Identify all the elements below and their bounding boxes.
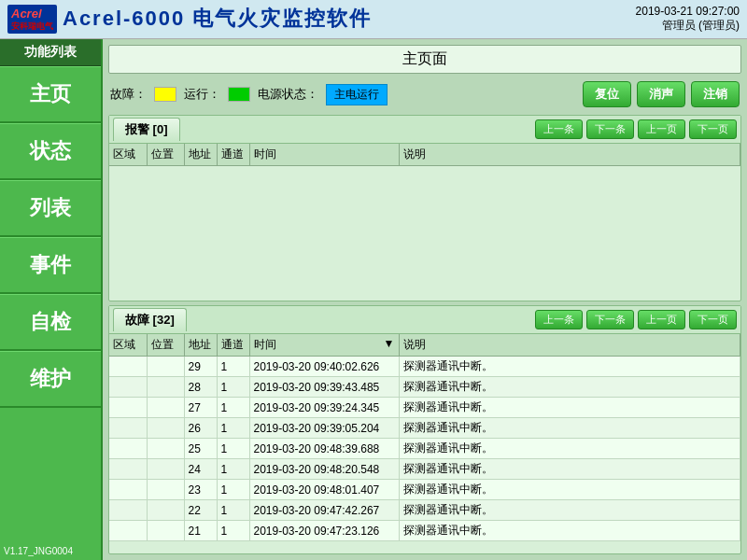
fault-location — [147, 398, 184, 418]
header-info: 2019-03-21 09:27:00 管理员 (管理员) — [636, 5, 740, 34]
fault-tab[interactable]: 故障 [32] — [113, 308, 187, 331]
fault-channel: 1 — [217, 357, 249, 377]
fault-table-row[interactable]: 21 1 2019-03-20 09:47:23.126 探测器通讯中断。 — [109, 521, 740, 541]
cancel-button[interactable]: 注销 — [691, 81, 740, 107]
fault-desc: 探测器通讯中断。 — [399, 377, 740, 398]
logo-icon: Acrel 安科瑞电气 — [7, 5, 57, 33]
fault-address: 27 — [184, 398, 217, 418]
fault-address: 26 — [184, 418, 217, 439]
sidebar-item-maintenance[interactable]: 维护 — [0, 351, 101, 408]
fault-table-row[interactable]: 29 1 2019-03-20 09:40:02.626 探测器通讯中断。 — [109, 357, 740, 377]
user-info: 管理员 (管理员) — [636, 18, 740, 34]
fault-location — [147, 439, 184, 459]
alarm-col-desc: 说明 — [399, 144, 740, 166]
fault-time: 2019-03-20 09:39:43.485 — [249, 377, 399, 398]
sort-arrow-icon: ▼ — [384, 337, 395, 350]
fault-address: 24 — [184, 459, 217, 480]
fault-next-page-btn[interactable]: 下一页 — [689, 310, 737, 329]
fault-desc: 探测器通讯中断。 — [399, 418, 740, 439]
fault-table-row[interactable]: 28 1 2019-03-20 09:39:43.485 探测器通讯中断。 — [109, 377, 740, 398]
sidebar-item-events[interactable]: 事件 — [0, 237, 101, 294]
fault-address: 22 — [184, 500, 217, 521]
alarm-table: 区域 位置 地址 通道 时间 说明 — [109, 144, 740, 166]
fault-table-row[interactable]: 25 1 2019-03-20 09:48:39.688 探测器通讯中断。 — [109, 439, 740, 459]
fault-table-row[interactable]: 22 1 2019-03-20 09:47:42.267 探测器通讯中断。 — [109, 500, 740, 521]
fault-prev-btn[interactable]: 上一条 — [535, 310, 583, 329]
run-label: 运行： — [184, 86, 220, 103]
sidebar-item-list[interactable]: 列表 — [0, 180, 101, 237]
reset-button[interactable]: 复位 — [583, 81, 631, 107]
sidebar-item-status[interactable]: 状态 — [0, 123, 101, 180]
fault-time: 2019-03-20 09:48:01.407 — [249, 480, 399, 500]
alarm-panel: 报警 [0] 上一条 下一条 上一页 下一页 区域 位置 地址 通道 — [108, 115, 741, 301]
mute-button[interactable]: 消声 — [637, 81, 685, 107]
fault-time: 2019-03-20 09:47:23.126 — [249, 521, 399, 541]
fault-channel: 1 — [217, 418, 249, 439]
status-row: 故障： 运行： 电源状态： 主电运行 复位 消声 注销 — [108, 77, 741, 111]
page-title: 主页面 — [108, 45, 741, 74]
fault-time: 2019-03-20 09:39:24.345 — [249, 398, 399, 418]
sidebar-item-home[interactable]: 主页 — [0, 66, 101, 123]
fault-location — [147, 459, 184, 480]
fault-panel-header: 故障 [32] 上一条 下一条 上一页 下一页 — [109, 306, 740, 334]
alarm-next-btn[interactable]: 下一条 — [586, 119, 634, 139]
fault-region — [109, 459, 147, 480]
app-title: Acrel-6000 电气火灾监控软件 — [63, 5, 372, 33]
alarm-col-region: 区域 — [109, 144, 147, 166]
alarm-nav-buttons: 上一条 下一条 上一页 下一页 — [535, 119, 737, 139]
fault-table-row[interactable]: 24 1 2019-03-20 09:48:20.548 探测器通讯中断。 — [109, 459, 740, 480]
fault-table-row[interactable]: 26 1 2019-03-20 09:39:05.204 探测器通讯中断。 — [109, 418, 740, 439]
fault-table-row[interactable]: 27 1 2019-03-20 09:39:24.345 探测器通讯中断。 — [109, 398, 740, 418]
fault-location — [147, 357, 184, 377]
alarm-panel-header: 报警 [0] 上一条 下一条 上一页 下一页 — [109, 116, 740, 144]
version-label: V1.17_JNG0004 — [0, 542, 101, 560]
fault-prev-page-btn[interactable]: 上一页 — [638, 310, 685, 329]
alarm-prev-btn[interactable]: 上一条 — [535, 119, 583, 139]
sidebar-item-selfcheck[interactable]: 自检 — [0, 294, 101, 351]
sidebar: 功能列表 主页 状态 列表 事件 自检 维护 V1.17_JNG0004 — [0, 39, 103, 560]
fault-nav-buttons: 上一条 下一条 上一页 下一页 — [535, 310, 737, 329]
content-area: 主页面 故障： 运行： 电源状态： 主电运行 复位 消声 注销 报警 [0] 上… — [103, 39, 747, 560]
main-layout: 功能列表 主页 状态 列表 事件 自检 维护 V1.17_JNG0004 主页面… — [0, 39, 747, 560]
power-value: 主电运行 — [326, 84, 388, 105]
fault-time: 2019-03-20 09:48:20.548 — [249, 459, 399, 480]
alarm-col-channel: 通道 — [217, 144, 249, 166]
action-buttons: 复位 消声 注销 — [583, 81, 740, 107]
fault-location — [147, 521, 184, 541]
power-label: 电源状态： — [258, 86, 318, 103]
fault-desc: 探测器通讯中断。 — [399, 521, 740, 541]
fault-channel: 1 — [217, 398, 249, 418]
alarm-next-page-btn[interactable]: 下一页 — [689, 119, 737, 139]
fault-next-btn[interactable]: 下一条 — [586, 310, 634, 329]
fault-region — [109, 398, 147, 418]
fault-address: 29 — [184, 357, 217, 377]
datetime: 2019-03-21 09:27:00 — [636, 5, 740, 18]
fault-channel: 1 — [217, 500, 249, 521]
sidebar-header: 功能列表 — [0, 39, 101, 66]
fault-channel: 1 — [217, 377, 249, 398]
fault-indicator — [154, 87, 176, 102]
fault-table-container: 区域 位置 地址 通道 时间▼ 说明 29 1 2019-03-20 09:40… — [109, 334, 740, 553]
fault-table-row[interactable]: 23 1 2019-03-20 09:48:01.407 探测器通讯中断。 — [109, 480, 740, 500]
fault-channel: 1 — [217, 480, 249, 500]
fault-col-channel: 通道 — [217, 334, 249, 357]
fault-table: 区域 位置 地址 通道 时间▼ 说明 29 1 2019-03-20 09:40… — [109, 334, 740, 541]
fault-region — [109, 480, 147, 500]
fault-region — [109, 500, 147, 521]
alarm-prev-page-btn[interactable]: 上一页 — [638, 119, 685, 139]
logo-area: Acrel 安科瑞电气 Acrel-6000 电气火灾监控软件 — [7, 5, 372, 33]
fault-time: 2019-03-20 09:39:05.204 — [249, 418, 399, 439]
fault-region — [109, 377, 147, 398]
fault-address: 21 — [184, 521, 217, 541]
fault-col-region: 区域 — [109, 334, 147, 357]
fault-address: 25 — [184, 439, 217, 459]
fault-channel: 1 — [217, 439, 249, 459]
fault-region — [109, 418, 147, 439]
fault-time: 2019-03-20 09:40:02.626 — [249, 357, 399, 377]
fault-desc: 探测器通讯中断。 — [399, 398, 740, 418]
alarm-tab[interactable]: 报警 [0] — [113, 118, 180, 141]
fault-address: 28 — [184, 377, 217, 398]
logo-subtext: 安科瑞电气 — [11, 21, 53, 32]
fault-col-time: 时间▼ — [249, 334, 399, 357]
fault-time: 2019-03-20 09:47:42.267 — [249, 500, 399, 521]
